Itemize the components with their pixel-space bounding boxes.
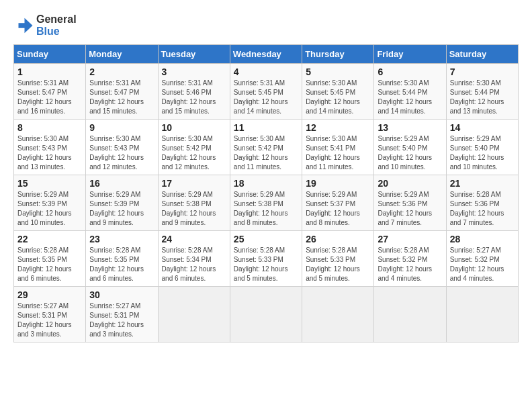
table-row: 9Sunrise: 5:30 AMSunset: 5:43 PMDaylight…	[86, 120, 158, 175]
day-number: 25	[234, 234, 298, 244]
day-info: Sunrise: 5:29 AMSunset: 5:38 PMDaylight:…	[162, 190, 226, 228]
table-row: 16Sunrise: 5:29 AMSunset: 5:39 PMDayligh…	[86, 175, 158, 231]
day-number: 22	[17, 234, 82, 244]
table-row: 29Sunrise: 5:27 AMSunset: 5:31 PMDayligh…	[14, 287, 86, 342]
table-row: 18Sunrise: 5:29 AMSunset: 5:38 PMDayligh…	[230, 175, 302, 231]
day-number: 21	[450, 178, 515, 189]
day-number: 20	[378, 178, 442, 189]
calendar-row: 29Sunrise: 5:27 AMSunset: 5:31 PMDayligh…	[14, 287, 519, 342]
weekday-header-friday: Friday	[374, 45, 446, 64]
day-number: 19	[306, 178, 370, 189]
calendar-header: SundayMondayTuesdayWednesdayThursdayFrid…	[14, 45, 519, 64]
table-row: 7Sunrise: 5:30 AMSunset: 5:44 PMDaylight…	[446, 64, 518, 120]
day-number: 14	[450, 122, 515, 133]
table-row: 2Sunrise: 5:31 AMSunset: 5:47 PMDaylight…	[86, 64, 158, 120]
day-info: Sunrise: 5:28 AMSunset: 5:35 PMDaylight:…	[89, 246, 154, 283]
day-number: 17	[162, 178, 226, 189]
day-info: Sunrise: 5:29 AMSunset: 5:39 PMDaylight:…	[17, 190, 82, 228]
day-number: 26	[306, 234, 370, 244]
day-number: 13	[378, 122, 442, 133]
day-number: 6	[378, 66, 442, 77]
day-info: Sunrise: 5:31 AMSunset: 5:45 PMDaylight:…	[234, 79, 298, 116]
table-row: 14Sunrise: 5:29 AMSunset: 5:40 PMDayligh…	[446, 120, 518, 175]
table-row: 3Sunrise: 5:31 AMSunset: 5:46 PMDaylight…	[158, 64, 230, 120]
calendar-row: 15Sunrise: 5:29 AMSunset: 5:39 PMDayligh…	[14, 175, 519, 231]
day-number: 23	[89, 234, 154, 244]
day-info: Sunrise: 5:30 AMSunset: 5:43 PMDaylight:…	[17, 134, 82, 172]
calendar-row: 1Sunrise: 5:31 AMSunset: 5:47 PMDaylight…	[14, 64, 519, 120]
day-info: Sunrise: 5:30 AMSunset: 5:41 PMDaylight:…	[306, 134, 370, 172]
day-info: Sunrise: 5:28 AMSunset: 5:34 PMDaylight:…	[162, 246, 226, 283]
table-row: 10Sunrise: 5:30 AMSunset: 5:42 PMDayligh…	[158, 120, 230, 175]
day-number: 29	[17, 289, 82, 300]
table-row: 28Sunrise: 5:27 AMSunset: 5:32 PMDayligh…	[446, 231, 518, 287]
table-row: 4Sunrise: 5:31 AMSunset: 5:45 PMDaylight…	[230, 64, 302, 120]
table-row: 26Sunrise: 5:28 AMSunset: 5:33 PMDayligh…	[302, 231, 374, 287]
table-row: 12Sunrise: 5:30 AMSunset: 5:41 PMDayligh…	[302, 120, 374, 175]
table-row: 21Sunrise: 5:28 AMSunset: 5:36 PMDayligh…	[446, 175, 518, 231]
day-number: 24	[162, 234, 226, 244]
day-info: Sunrise: 5:30 AMSunset: 5:42 PMDaylight:…	[234, 134, 298, 172]
calendar-table: SundayMondayTuesdayWednesdayThursdayFrid…	[13, 44, 519, 342]
table-row: 1Sunrise: 5:31 AMSunset: 5:47 PMDaylight…	[14, 64, 86, 120]
table-row: 20Sunrise: 5:29 AMSunset: 5:36 PMDayligh…	[374, 175, 446, 231]
day-number: 28	[450, 234, 515, 244]
day-number: 12	[306, 122, 370, 133]
logo-icon	[13, 15, 34, 36]
day-info: Sunrise: 5:29 AMSunset: 5:37 PMDaylight:…	[306, 190, 370, 228]
day-number: 30	[89, 289, 154, 300]
day-number: 1	[17, 66, 82, 77]
day-info: Sunrise: 5:29 AMSunset: 5:39 PMDaylight:…	[89, 190, 154, 228]
day-info: Sunrise: 5:30 AMSunset: 5:42 PMDaylight:…	[162, 134, 226, 172]
calendar-body: 1Sunrise: 5:31 AMSunset: 5:47 PMDaylight…	[14, 64, 519, 342]
day-info: Sunrise: 5:27 AMSunset: 5:32 PMDaylight:…	[450, 246, 515, 283]
day-number: 2	[89, 66, 154, 77]
svg-marker-0	[19, 18, 33, 34]
day-info: Sunrise: 5:27 AMSunset: 5:31 PMDaylight:…	[89, 302, 154, 339]
day-info: Sunrise: 5:31 AMSunset: 5:47 PMDaylight:…	[17, 79, 82, 116]
day-number: 16	[89, 178, 154, 189]
table-row: 25Sunrise: 5:28 AMSunset: 5:33 PMDayligh…	[230, 231, 302, 287]
weekday-header-tuesday: Tuesday	[158, 45, 230, 64]
calendar-row: 8Sunrise: 5:30 AMSunset: 5:43 PMDaylight…	[14, 120, 519, 175]
day-number: 10	[162, 122, 226, 133]
table-row: 23Sunrise: 5:28 AMSunset: 5:35 PMDayligh…	[86, 231, 158, 287]
day-number: 15	[17, 178, 82, 189]
table-row: 11Sunrise: 5:30 AMSunset: 5:42 PMDayligh…	[230, 120, 302, 175]
table-row	[158, 287, 230, 342]
day-number: 4	[234, 66, 298, 77]
weekday-header-sunday: Sunday	[14, 45, 86, 64]
day-number: 18	[234, 178, 298, 189]
day-info: Sunrise: 5:28 AMSunset: 5:35 PMDaylight:…	[17, 246, 82, 283]
day-number: 5	[306, 66, 370, 77]
day-number: 11	[234, 122, 298, 133]
day-info: Sunrise: 5:29 AMSunset: 5:36 PMDaylight:…	[378, 190, 442, 228]
weekday-header-monday: Monday	[86, 45, 158, 64]
table-row: 5Sunrise: 5:30 AMSunset: 5:45 PMDaylight…	[302, 64, 374, 120]
logo: General Blue	[13, 13, 77, 38]
table-row: 27Sunrise: 5:28 AMSunset: 5:32 PMDayligh…	[374, 231, 446, 287]
weekday-header-saturday: Saturday	[446, 45, 518, 64]
day-info: Sunrise: 5:29 AMSunset: 5:40 PMDaylight:…	[450, 134, 515, 172]
table-row: 6Sunrise: 5:30 AMSunset: 5:44 PMDaylight…	[374, 64, 446, 120]
day-info: Sunrise: 5:31 AMSunset: 5:46 PMDaylight:…	[162, 79, 226, 116]
weekday-header-thursday: Thursday	[302, 45, 374, 64]
day-info: Sunrise: 5:31 AMSunset: 5:47 PMDaylight:…	[89, 79, 154, 116]
day-info: Sunrise: 5:28 AMSunset: 5:32 PMDaylight:…	[378, 246, 442, 283]
table-row: 8Sunrise: 5:30 AMSunset: 5:43 PMDaylight…	[14, 120, 86, 175]
day-info: Sunrise: 5:27 AMSunset: 5:31 PMDaylight:…	[17, 302, 82, 339]
table-row	[446, 287, 518, 342]
calendar-row: 22Sunrise: 5:28 AMSunset: 5:35 PMDayligh…	[14, 231, 519, 287]
day-info: Sunrise: 5:29 AMSunset: 5:38 PMDaylight:…	[234, 190, 298, 228]
page-header: General Blue	[13, 13, 519, 38]
table-row: 30Sunrise: 5:27 AMSunset: 5:31 PMDayligh…	[86, 287, 158, 342]
table-row: 13Sunrise: 5:29 AMSunset: 5:40 PMDayligh…	[374, 120, 446, 175]
table-row: 24Sunrise: 5:28 AMSunset: 5:34 PMDayligh…	[158, 231, 230, 287]
table-row: 15Sunrise: 5:29 AMSunset: 5:39 PMDayligh…	[14, 175, 86, 231]
weekday-header-wednesday: Wednesday	[230, 45, 302, 64]
table-row: 22Sunrise: 5:28 AMSunset: 5:35 PMDayligh…	[14, 231, 86, 287]
day-number: 3	[162, 66, 226, 77]
table-row	[230, 287, 302, 342]
table-row: 19Sunrise: 5:29 AMSunset: 5:37 PMDayligh…	[302, 175, 374, 231]
day-info: Sunrise: 5:30 AMSunset: 5:44 PMDaylight:…	[378, 79, 442, 116]
